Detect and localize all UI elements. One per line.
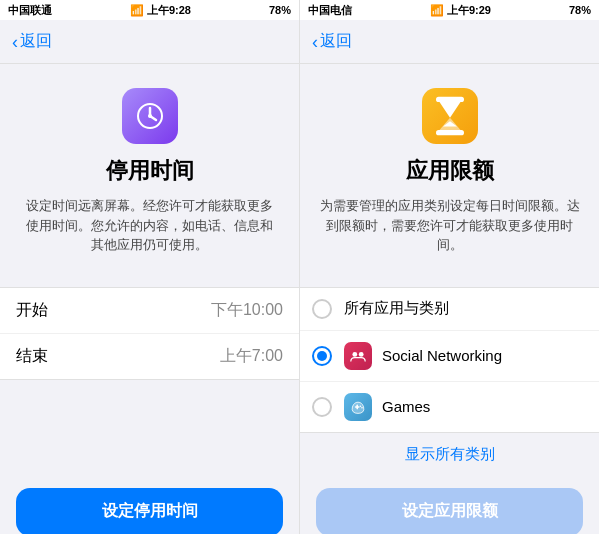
downtime-icon [122, 88, 178, 144]
right-chevron-icon: ‹ [312, 33, 318, 51]
left-bottom: 设定停用时间 以后 [0, 476, 299, 535]
list-item[interactable]: Social Networking [300, 331, 599, 382]
left-back-button[interactable]: ‹ 返回 [12, 31, 52, 52]
right-carrier: 中国电信 [308, 3, 352, 18]
end-value: 上午7:00 [220, 346, 283, 367]
left-description: 设定时间远离屏幕。经您许可才能获取更多使用时间。您允许的内容，如电话、信息和其他… [24, 196, 275, 255]
games-label: Games [382, 398, 587, 415]
right-bottom: 设定应用限额 以后 [300, 476, 599, 535]
social-radio[interactable] [312, 346, 332, 366]
right-status-icons: 📶 上午9:29 [430, 3, 491, 18]
svg-point-7 [359, 352, 364, 357]
set-downtime-button[interactable]: 设定停用时间 [16, 488, 283, 535]
set-app-limit-button[interactable]: 设定应用限额 [316, 488, 583, 535]
svg-rect-5 [436, 130, 464, 135]
svg-point-3 [148, 114, 152, 118]
battery-icon: 78% [269, 4, 291, 16]
left-status-bar: 中国联通 📶 上午9:28 78% [0, 0, 299, 20]
start-label: 开始 [16, 300, 48, 321]
downtime-svg [134, 100, 166, 132]
list-item[interactable]: Games [300, 382, 599, 432]
right-content: 应用限额 为需要管理的应用类别设定每日时间限额。达到限额时，需要您许可才能获取更… [300, 64, 599, 476]
left-status-icons: 📶 上午9:28 [130, 3, 191, 18]
left-time: 上午9:28 [147, 3, 191, 18]
left-nav-bar: ‹ 返回 [0, 20, 299, 64]
category-list: 所有应用与类别 Social Networking [300, 287, 599, 433]
end-row[interactable]: 结束 上午7:00 [0, 334, 299, 379]
status-bars: 中国联通 📶 上午9:28 78% 中国电信 📶 上午9:29 78% [0, 0, 599, 20]
right-battery-icon: 78% [569, 4, 591, 16]
left-content: 停用时间 设定时间远离屏幕。经您许可才能获取更多使用时间。您允许的内容，如电话、… [0, 64, 299, 476]
svg-rect-4 [436, 97, 464, 102]
social-networking-icon [350, 348, 366, 364]
left-hero: 停用时间 设定时间远离屏幕。经您许可才能获取更多使用时间。您允许的内容，如电话、… [0, 64, 299, 271]
start-value: 下午10:00 [211, 300, 283, 321]
all-apps-label: 所有应用与类别 [344, 299, 587, 318]
left-chevron-icon: ‹ [12, 33, 18, 51]
list-item[interactable]: 所有应用与类别 [300, 288, 599, 331]
svg-point-6 [352, 352, 357, 357]
svg-point-11 [361, 407, 363, 409]
end-label: 结束 [16, 346, 48, 367]
left-carrier: 中国联通 [8, 3, 52, 18]
right-title: 应用限额 [406, 156, 494, 186]
right-wifi-icon: 📶 [430, 4, 444, 17]
right-hero: 应用限额 为需要管理的应用类别设定每日时间限额。达到限额时，需要您许可才能获取更… [300, 64, 599, 271]
right-description: 为需要管理的应用类别设定每日时间限额。达到限额时，需要您许可才能获取更多使用时间… [316, 196, 583, 255]
start-row[interactable]: 开始 下午10:00 [0, 288, 299, 334]
left-panel: ‹ 返回 停用时间 设定时间远离屏幕。经您许可才能获取更多使用时间。您允许的内容… [0, 20, 299, 534]
right-status-bar: 中国电信 📶 上午9:29 78% [299, 0, 599, 20]
right-back-label: 返回 [320, 31, 352, 52]
right-nav-bar: ‹ 返回 [300, 20, 599, 64]
games-radio[interactable] [312, 397, 332, 417]
all-apps-radio[interactable] [312, 299, 332, 319]
right-time: 上午9:29 [447, 3, 491, 18]
svg-point-10 [360, 405, 362, 407]
right-side-icons: 78% [269, 4, 291, 16]
right-panel: ‹ 返回 应用限额 为需要管理的应用类别设定每日时间限额。达到限额时， [299, 20, 599, 534]
left-form-section: 开始 下午10:00 结束 上午7:00 [0, 287, 299, 380]
wifi-icon: 📶 [130, 4, 144, 17]
main-panels: ‹ 返回 停用时间 设定时间远离屏幕。经您许可才能获取更多使用时间。您允许的内容… [0, 20, 599, 534]
app-limits-icon [422, 88, 478, 144]
hourglass-svg [422, 88, 478, 144]
games-icon [344, 393, 372, 421]
show-all-categories-link[interactable]: 显示所有类别 [300, 433, 599, 476]
left-back-label: 返回 [20, 31, 52, 52]
social-icon [344, 342, 372, 370]
left-title: 停用时间 [106, 156, 194, 186]
social-label: Social Networking [382, 347, 587, 364]
right-back-button[interactable]: ‹ 返回 [312, 31, 352, 52]
games-icon-svg [350, 399, 366, 415]
